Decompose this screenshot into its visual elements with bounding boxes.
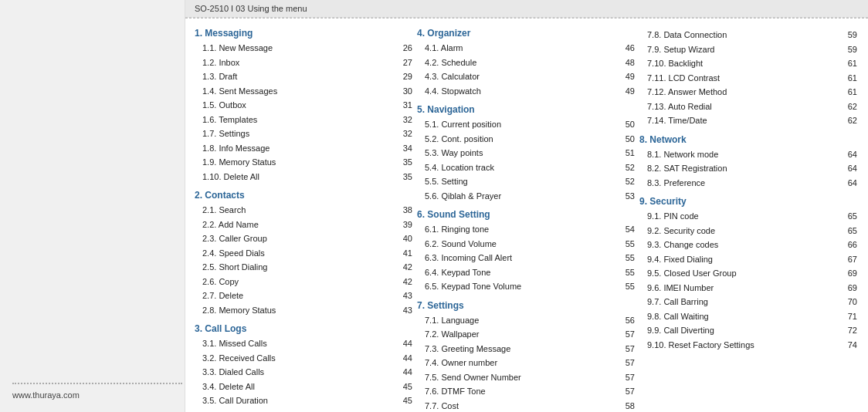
item-label: 9.8. Call Waiting	[647, 310, 840, 323]
item-page: 55	[618, 266, 635, 279]
list-item: 9.7. Call Barring70	[639, 295, 857, 309]
item-label: 5.6. Qiblah & Prayer	[425, 190, 618, 203]
item-page: 44	[395, 352, 412, 365]
list-item: 9.5. Closed User Group69	[639, 266, 857, 281]
item-page: 72	[840, 324, 857, 337]
list-item: 9.8. Call Waiting71	[639, 309, 857, 324]
item-page: 26	[395, 42, 412, 55]
section-title-1-2: 6. Sound Setting	[417, 209, 635, 220]
list-item: 1.1. New Message26	[195, 41, 412, 56]
item-label: 7.8. Data Connection	[647, 29, 840, 42]
column-2: 4. Organizer4.1. Alarm464.2. Schedule484…	[417, 28, 639, 406]
list-item: 7.6. DTMF Tone57	[417, 384, 635, 399]
item-page: 71	[840, 310, 857, 323]
item-label: 9.7. Call Barring	[647, 295, 840, 309]
list-item: 5.6. Qiblah & Prayer53	[417, 189, 635, 204]
item-label: 1.7. Settings	[202, 127, 395, 140]
section-title-1-3: 7. Settings	[417, 300, 635, 311]
item-label: 6.4. Keypad Tone	[425, 266, 618, 279]
list-item: 7.9. Setup Wizard59	[639, 42, 857, 57]
item-page: 64	[840, 162, 857, 175]
item-label: 7.9. Setup Wizard	[647, 43, 840, 56]
item-page: 40	[395, 232, 412, 245]
list-item: 4.4. Stopwatch49	[417, 84, 635, 99]
list-item: 3.2. Received Calls44	[195, 351, 412, 366]
item-page: 45	[395, 394, 412, 407]
item-page: 49	[618, 85, 635, 98]
item-page: 41	[395, 247, 412, 260]
item-page: 52	[618, 161, 635, 174]
list-item: 7.14. Time/Date62	[639, 113, 857, 128]
item-label: 3.3. Dialed Calls	[202, 366, 395, 379]
item-page: 61	[840, 86, 857, 99]
item-page: 30	[395, 85, 412, 98]
content-area: 1. Messaging1.1. New Message261.2. Inbox…	[185, 19, 868, 412]
list-item: 3.3. Dialed Calls44	[195, 365, 412, 380]
item-page: 74	[840, 339, 857, 352]
item-label: 1.10. Delete All	[202, 171, 395, 184]
list-item: 3.4. Delete All45	[195, 380, 412, 394]
section-title-0-1: 2. Contacts	[195, 190, 412, 201]
item-page: 54	[618, 223, 635, 236]
item-label: 2.7. Delete	[202, 289, 395, 302]
item-page: 55	[618, 238, 635, 251]
list-item: 6.2. Sound Volume55	[417, 237, 635, 252]
list-item: 1.6. Templates32	[195, 113, 412, 127]
item-label: 9.9. Call Diverting	[647, 324, 840, 337]
item-label: 2.6. Copy	[202, 275, 395, 289]
list-item: 7.12. Answer Method61	[639, 85, 857, 100]
item-label: 2.3. Caller Group	[202, 232, 395, 245]
list-item: 6.3. Incoming Call Alert55	[417, 251, 635, 265]
item-label: 7.10. Backlight	[647, 57, 840, 70]
list-item: 9.3. Change codes66	[639, 238, 857, 252]
list-item: 2.6. Copy42	[195, 275, 412, 289]
item-page: 46	[618, 42, 635, 55]
list-item: 1.5. Outbox31	[195, 98, 412, 113]
list-item: 5.4. Location track52	[417, 160, 635, 175]
section-title-0-0: 1. Messaging	[195, 28, 412, 39]
list-item: 7.11. LCD Contrast61	[639, 71, 857, 86]
list-item: 2.3. Caller Group40	[195, 231, 412, 246]
list-item: 9.9. Call Diverting72	[639, 323, 857, 338]
item-page: 69	[840, 282, 857, 295]
list-item: 7.10. Backlight61	[639, 56, 857, 71]
item-label: 7.2. Wallpaper	[425, 328, 618, 341]
list-item: 1.3. Draft29	[195, 69, 412, 84]
item-page: 61	[840, 57, 857, 70]
item-page: 45	[395, 380, 412, 393]
item-label: 2.8. Memory Status	[202, 304, 395, 317]
item-label: 5.1. Current position	[425, 118, 618, 131]
column-1: 1. Messaging1.1. New Message261.2. Inbox…	[195, 28, 417, 406]
item-label: 1.5. Outbox	[202, 99, 395, 112]
item-label: 3.5. Call Duration	[202, 394, 395, 407]
item-page: 49	[618, 70, 635, 83]
list-item: 8.3. Preference64	[639, 176, 857, 191]
item-page: 64	[840, 177, 857, 190]
item-label: 5.2. Cont. position	[425, 133, 618, 146]
item-page: 62	[840, 114, 857, 127]
item-label: 7.7. Cost	[425, 400, 618, 413]
item-page: 35	[395, 156, 412, 169]
item-page: 70	[840, 295, 857, 309]
column-3: 7.8. Data Connection597.9. Setup Wizard5…	[639, 28, 862, 406]
item-page: 55	[618, 280, 635, 293]
list-item: 7.8. Data Connection59	[639, 28, 857, 42]
item-label: 2.1. Search	[202, 204, 395, 217]
list-item: 9.6. IMEI Number69	[639, 281, 857, 295]
list-item: 7.4. Owner number57	[417, 356, 635, 370]
header-title: SO-2510 I 03 Using the menu	[195, 4, 307, 13]
item-page: 50	[618, 133, 635, 146]
list-item: 2.1. Search38	[195, 203, 412, 218]
list-item: 5.5. Setting52	[417, 174, 635, 189]
item-page: 65	[840, 210, 857, 223]
list-item: 4.2. Schedule48	[417, 56, 635, 70]
item-label: 1.2. Inbox	[202, 56, 395, 69]
item-page: 59	[840, 43, 857, 56]
website-label: www.thuraya.com	[12, 390, 185, 400]
item-page: 65	[840, 225, 857, 238]
item-label: 7.14. Time/Date	[647, 114, 840, 127]
item-label: 7.5. Send Owner Number	[425, 371, 618, 384]
item-label: 6.3. Incoming Call Alert	[425, 252, 618, 265]
right-panel: SO-2510 I 03 Using the menu 1. Messaging…	[185, 0, 868, 412]
list-item: 4.1. Alarm46	[417, 41, 635, 56]
